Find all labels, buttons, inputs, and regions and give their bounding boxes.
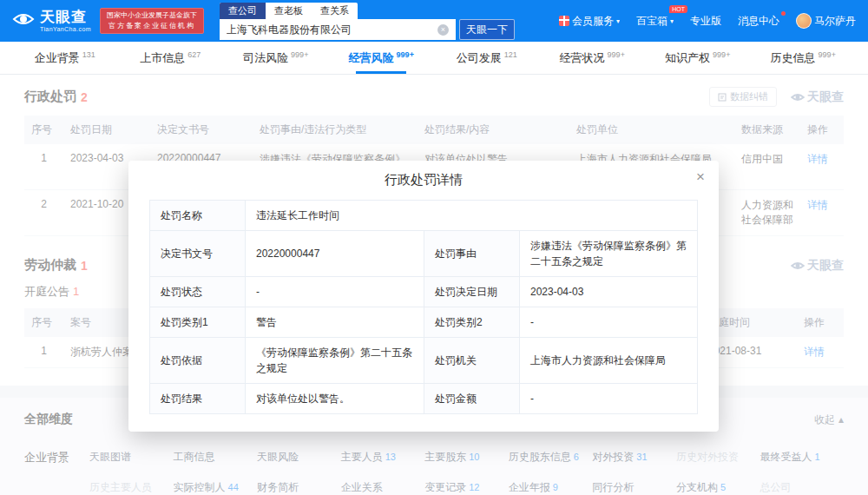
field-value: 20220000447 [246,231,424,277]
menu-vip-label: 会员服务 [572,14,614,29]
close-icon[interactable]: × [696,169,705,184]
search-tab-relation[interactable]: 查关系 [312,3,358,19]
field-label: 处罚机关 [424,338,520,384]
field-value: 对该单位处以警告。 [246,384,424,414]
field-label: 处罚事由 [424,231,520,277]
field-value: 上海市人力资源和社会保障局 [520,338,698,384]
tab-operational-risk[interactable]: 经营风险999+ [329,42,435,74]
field-label: 处罚决定日期 [424,277,520,307]
clear-search-icon[interactable]: × [437,24,449,36]
search-type-tabs: 查公司 查老板 查关系 [220,3,358,19]
menu-toolbox[interactable]: HOT 百宝箱 ▾ [636,14,674,29]
tab-judicial-risk[interactable]: 司法风险999+ [223,42,329,74]
tab-intellectual-property[interactable]: 知识产权999+ [645,42,751,74]
field-label: 决定书文号 [150,231,246,277]
brand-name: 天眼查 [40,10,91,26]
field-value: 涉嫌违法《劳动保障监察条例》第二十五条之规定 [520,231,698,277]
field-value: 《劳动保障监察条例》第二十五条之规定 [246,338,424,384]
company-nav-tabs: 企业背景131 上市信息627 司法风险999+ 经营风险999+ 公司发展12… [0,42,868,75]
notification-dot [781,11,786,16]
field-label: 处罚结果 [150,384,246,414]
menu-toolbox-label: 百宝箱 [636,14,667,29]
badge-line1: 国家中小企业发展子基金旗下 [107,10,197,21]
gov-certification-badge: 国家中小企业发展子基金旗下 官方备案企业征信机构 [100,8,204,34]
penalty-detail-modal: 行政处罚详情 × 处罚名称 违法延长工作时间 决定书文号 20220000447… [128,161,719,432]
field-value: 违法延长工作时间 [246,201,698,231]
gift-icon [559,16,569,26]
avatar [796,13,812,29]
top-menu: 会员服务 ▾ HOT 百宝箱 ▾ 专业版 消息中心 马尔萨丹 [559,13,856,29]
tab-company-development[interactable]: 公司发展121 [434,42,540,74]
menu-message-label: 消息中心 [738,14,779,29]
search-button[interactable]: 天眼一下 [459,19,515,40]
tab-history-info[interactable]: 历史信息999+ [751,42,857,74]
tab-operating-status[interactable]: 经营状况999+ [540,42,646,74]
search-tab-company[interactable]: 查公司 [220,3,266,19]
field-value: - [520,384,698,414]
header-search: 查公司 查老板 查关系 × 天眼一下 [220,2,515,40]
field-value: - [246,277,424,307]
user-name: 马尔萨丹 [814,14,856,29]
modal-title: 行政处罚详情 [149,172,698,188]
eye-logo-icon [12,8,35,34]
search-box: × [220,19,456,40]
tab-listing-info[interactable]: 上市信息627 [118,42,224,74]
menu-message-center[interactable]: 消息中心 [738,14,779,29]
menu-vip-services[interactable]: 会员服务 ▾ [559,14,620,29]
field-value: 警告 [246,307,424,338]
tianyancha-logo[interactable]: 天眼查 TianYanCha.com [12,8,91,34]
brand-domain: TianYanCha.com [40,26,91,32]
top-bar: 天眼查 TianYanCha.com 国家中小企业发展子基金旗下 官方备案企业征… [0,0,868,42]
menu-pro-version[interactable]: 专业版 [690,14,721,29]
field-value: 2023-04-03 [520,277,698,307]
user-account[interactable]: 马尔萨丹 [796,13,856,29]
field-label: 处罚金额 [424,384,520,414]
field-label: 处罚类别1 [150,307,246,338]
tab-company-background[interactable]: 企业背景131 [12,42,118,74]
hot-badge: HOT [669,5,687,13]
field-label: 处罚类别2 [424,307,520,338]
search-tab-boss[interactable]: 查老板 [266,3,312,19]
field-label: 处罚名称 [150,201,246,231]
penalty-detail-table: 处罚名称 违法延长工作时间 决定书文号 20220000447 处罚事由 涉嫌违… [149,200,698,414]
menu-pro-label: 专业版 [690,14,721,29]
field-value: - [520,307,698,338]
chevron-down-icon: ▾ [616,17,620,25]
badge-line2: 官方备案企业征信机构 [107,21,197,31]
chevron-down-icon: ▾ [670,17,674,25]
field-label: 处罚依据 [150,338,246,384]
field-label: 处罚状态 [150,277,246,307]
search-input[interactable] [227,23,437,36]
